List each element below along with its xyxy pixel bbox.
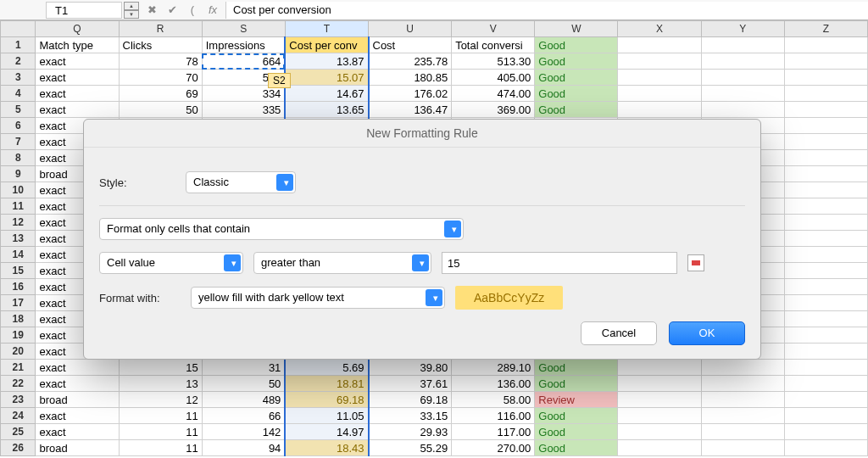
col-header-X[interactable]: X <box>618 21 701 37</box>
cell-9-Z[interactable] <box>784 166 867 182</box>
cell-24-V[interactable]: 116.00 <box>452 408 535 424</box>
condition-value-input[interactable] <box>442 252 677 274</box>
cell-21-S[interactable]: 31 <box>202 360 285 376</box>
row-header-8[interactable]: 8 <box>1 150 36 166</box>
cell-4-T[interactable]: 14.67 <box>285 86 368 102</box>
cell-26-U[interactable]: 55.29 <box>369 440 452 456</box>
cell-2-U[interactable]: 235.78 <box>369 53 452 70</box>
cell-1-V[interactable]: Total conversi <box>452 37 535 53</box>
cell-23-Y[interactable] <box>701 392 784 408</box>
row-header-1[interactable]: 1 <box>1 37 36 53</box>
row-header-3[interactable]: 3 <box>1 70 36 86</box>
cell-19-Z[interactable] <box>784 327 867 344</box>
cell-21-Q[interactable]: exact <box>36 360 119 376</box>
cell-4-U[interactable]: 176.02 <box>369 86 452 102</box>
cell-25-T[interactable]: 14.97 <box>285 424 368 440</box>
cell-21-V[interactable]: 289.10 <box>452 360 535 376</box>
cell-4-Y[interactable] <box>701 86 784 102</box>
cell-24-Q[interactable]: exact <box>36 408 119 424</box>
cell-11-Z[interactable] <box>784 198 867 215</box>
cell-22-V[interactable]: 136.00 <box>452 376 535 392</box>
cell-24-S[interactable]: 66 <box>202 408 285 424</box>
cell-25-Y[interactable] <box>701 424 784 440</box>
cell-25-W[interactable]: Good <box>535 424 618 440</box>
cell-21-T[interactable]: 5.69 <box>285 360 368 376</box>
cell-5-R[interactable]: 50 <box>119 102 202 118</box>
cell-5-X[interactable] <box>618 102 701 118</box>
row-header-16[interactable]: 16 <box>1 279 36 295</box>
cell-23-Q[interactable]: broad <box>36 392 119 408</box>
row-header-24[interactable]: 24 <box>1 408 36 424</box>
cell-13-Z[interactable] <box>784 231 867 247</box>
cell-26-X[interactable] <box>618 440 701 456</box>
row-header-13[interactable]: 13 <box>1 231 36 247</box>
col-header-W[interactable]: W <box>535 21 618 37</box>
cell-5-V[interactable]: 369.00 <box>452 102 535 118</box>
row-header-19[interactable]: 19 <box>1 327 36 344</box>
cancel-button[interactable]: Cancel <box>581 321 657 345</box>
ok-button[interactable]: OK <box>669 321 745 345</box>
name-box[interactable]: T1 <box>46 2 122 19</box>
cell-2-Z[interactable] <box>784 53 867 70</box>
cell-3-V[interactable]: 405.00 <box>452 70 535 86</box>
cell-22-Q[interactable]: exact <box>36 376 119 392</box>
cell-5-Z[interactable] <box>784 102 867 118</box>
col-header-S[interactable]: S <box>202 21 285 37</box>
cell-26-R[interactable]: 11 <box>119 440 202 456</box>
cell-22-U[interactable]: 37.61 <box>369 376 452 392</box>
cell-1-R[interactable]: Clicks <box>119 37 202 53</box>
cell-1-W[interactable]: Good <box>535 37 618 53</box>
cell-25-R[interactable]: 11 <box>119 424 202 440</box>
col-header-Q[interactable]: Q <box>36 21 119 37</box>
cell-2-R[interactable]: 78 <box>119 53 202 70</box>
cell-25-S[interactable]: 142 <box>202 424 285 440</box>
cell-22-X[interactable] <box>618 376 701 392</box>
cell-5-W[interactable]: Good <box>535 102 618 118</box>
namebox-stepper[interactable]: ▲▼ <box>124 2 139 19</box>
cell-25-Q[interactable]: exact <box>36 424 119 440</box>
cell-25-Z[interactable] <box>784 424 867 440</box>
cell-5-U[interactable]: 136.47 <box>369 102 452 118</box>
cell-3-W[interactable]: Good <box>535 70 618 86</box>
cell-23-T[interactable]: 69.18 <box>285 392 368 408</box>
col-header-U[interactable]: U <box>369 21 452 37</box>
cell-23-W[interactable]: Review <box>535 392 618 408</box>
row-header-4[interactable]: 4 <box>1 86 36 102</box>
cell-12-Z[interactable] <box>784 215 867 231</box>
formula-bar[interactable]: Cost per conversion <box>225 2 868 19</box>
row-header-17[interactable]: 17 <box>1 295 36 311</box>
cell-15-Z[interactable] <box>784 263 867 279</box>
cell-4-Z[interactable] <box>784 86 867 102</box>
cell-17-Z[interactable] <box>784 295 867 311</box>
row-header-25[interactable]: 25 <box>1 424 36 440</box>
cell-3-X[interactable] <box>618 70 701 86</box>
row-header-18[interactable]: 18 <box>1 311 36 327</box>
cell-25-U[interactable]: 29.93 <box>369 424 452 440</box>
cell-3-T[interactable]: 15.07 <box>285 70 368 86</box>
cell-8-Z[interactable] <box>784 150 867 166</box>
cell-21-U[interactable]: 39.80 <box>369 360 452 376</box>
cell-5-T[interactable]: 13.65 <box>285 102 368 118</box>
cell-22-S[interactable]: 50 <box>202 376 285 392</box>
cell-4-W[interactable]: Good <box>535 86 618 102</box>
confirm-edit-icon[interactable]: ✔ <box>164 3 180 16</box>
col-header-R[interactable]: R <box>119 21 202 37</box>
cell-23-Z[interactable] <box>784 392 867 408</box>
cell-21-R[interactable]: 15 <box>119 360 202 376</box>
cell-2-X[interactable] <box>618 53 701 70</box>
row-header-15[interactable]: 15 <box>1 263 36 279</box>
col-header-V[interactable]: V <box>452 21 535 37</box>
cell-4-Q[interactable]: exact <box>36 86 119 102</box>
cell-23-V[interactable]: 58.00 <box>452 392 535 408</box>
cell-2-S[interactable]: 664 <box>202 53 285 70</box>
fx-icon[interactable]: fx <box>205 3 220 16</box>
cell-25-V[interactable]: 117.00 <box>452 424 535 440</box>
cell-21-W[interactable]: Good <box>535 360 618 376</box>
row-header-26[interactable]: 26 <box>1 440 36 456</box>
row-header-23[interactable]: 23 <box>1 392 36 408</box>
col-header-Y[interactable]: Y <box>701 21 784 37</box>
cell-26-V[interactable]: 270.00 <box>452 440 535 456</box>
cell-1-X[interactable] <box>618 37 701 53</box>
cell-23-U[interactable]: 69.18 <box>369 392 452 408</box>
cell-26-Q[interactable]: broad <box>36 440 119 456</box>
